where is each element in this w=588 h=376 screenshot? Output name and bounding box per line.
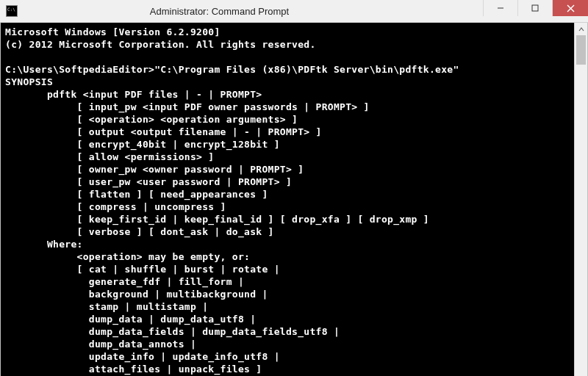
console-line: [ encrypt_40bit | encrypt_128bit ]	[5, 139, 280, 150]
console-line: update_info | update_info_utf8 |	[5, 351, 280, 362]
close-icon	[567, 4, 575, 12]
minimize-button[interactable]	[483, 0, 517, 16]
vertical-scrollbar[interactable]	[574, 23, 587, 376]
console-line: [ user_pw <user password | PROMPT> ]	[5, 176, 292, 187]
console-line: generate_fdf | fill_form |	[5, 276, 244, 287]
app-icon	[6, 5, 18, 17]
console-line: [ keep_first_id | keep_final_id ] [ drop…	[5, 214, 429, 225]
svg-rect-1	[532, 5, 538, 11]
console-line: background | multibackground |	[5, 289, 268, 300]
console-line: Microsoft Windows [Version 6.2.9200]	[5, 26, 220, 37]
scroll-up-button[interactable]	[575, 23, 587, 35]
console-line: stamp | multistamp |	[5, 301, 208, 312]
console-line: attach_files | unpack_files ]	[5, 364, 262, 375]
close-button[interactable]	[552, 0, 588, 16]
console-line: [ allow <permissions> ]	[5, 151, 214, 162]
window-controls	[483, 0, 588, 22]
console-line: [ output <output filename | - | PROMPT> …	[5, 126, 322, 137]
console-line: [ <operation> <operation arguments> ]	[5, 114, 298, 125]
console-line: [ verbose ] [ dont_ask | do_ask ]	[5, 226, 274, 237]
client-area: Microsoft Windows [Version 6.2.9200] (c)…	[0, 23, 588, 376]
console-line: dump_data | dump_data_utf8 |	[5, 314, 256, 325]
console-line: <operation> may be empty, or:	[5, 251, 250, 262]
maximize-icon	[531, 4, 539, 12]
console-line: [ owner_pw <owner password | PROMPT> ]	[5, 164, 304, 175]
console-line: dump_data_annots |	[5, 339, 196, 350]
console-line: dump_data_fields | dump_data_fields_utf8…	[5, 326, 340, 337]
console-line: SYNOPSIS	[5, 76, 53, 87]
window-title: Administrator: Command Prompt	[0, 6, 483, 17]
scrollbar-thumb[interactable]	[576, 35, 586, 65]
console-line: [ flatten ] [ need_appearances ]	[5, 189, 268, 200]
chevron-up-icon	[578, 26, 584, 32]
scrollbar-track[interactable]	[575, 35, 587, 376]
console-line: [ cat | shuffle | burst | rotate |	[5, 264, 280, 275]
console-line: (c) 2012 Microsoft Corporation. All righ…	[5, 39, 316, 50]
console-line: Where:	[5, 239, 83, 250]
minimize-icon	[497, 4, 504, 12]
window-frame: Administrator: Command Prompt Microsoft …	[0, 0, 588, 376]
title-bar[interactable]: Administrator: Command Prompt	[0, 0, 588, 23]
console-line: [ input_pw <input PDF owner passwords | …	[5, 101, 370, 112]
console-line: C:\Users\SoftpediaEditor>"C:\Program Fil…	[5, 64, 459, 75]
console-line: pdftk <input PDF files | - | PROMPT>	[5, 89, 262, 100]
maximize-button[interactable]	[517, 0, 552, 16]
console-line: [ compress | uncompress ]	[5, 201, 226, 212]
console-output[interactable]: Microsoft Windows [Version 6.2.9200] (c)…	[1, 23, 574, 376]
